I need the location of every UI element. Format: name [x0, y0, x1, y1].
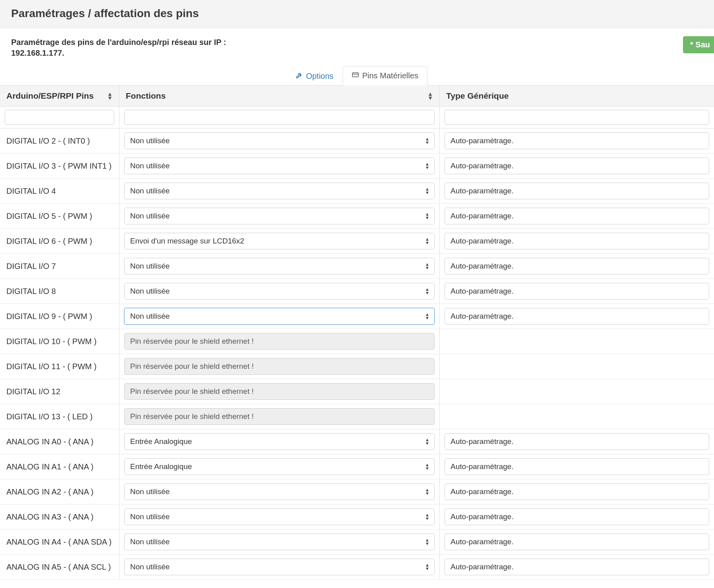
func-cell: Non utilisée▲▼: [119, 279, 440, 304]
func-select[interactable]: Envoi d'un message sur LCD16x2▲▼: [124, 233, 435, 249]
table-row: ANALOG IN A1 - ( ANA )Entrée Analogique▲…: [0, 454, 714, 479]
type-select[interactable]: Auto-paramétrage.: [445, 458, 709, 475]
grid-filter-row: [0, 107, 714, 129]
func-cell: Envoi d'un message sur LCD16x2▲▼: [119, 229, 440, 253]
type-cell: [440, 354, 714, 379]
func-select[interactable]: Non utilisée▲▼: [124, 508, 435, 525]
func-select[interactable]: Non utilisée▲▼: [124, 132, 435, 149]
col-header-type-label: Type Générique: [446, 91, 509, 101]
func-cell: Non utilisée▲▼: [119, 530, 440, 554]
chevron-updown-icon: ▲▼: [425, 263, 429, 270]
pin-cell: DIGITAL I/O 9 - ( PWM ): [0, 304, 119, 329]
func-cell: Non utilisée▲▼: [119, 179, 440, 203]
chevron-updown-icon: ▲▼: [425, 438, 429, 445]
type-select[interactable]: Auto-paramétrage.: [445, 132, 709, 149]
table-row: ANALOG IN A5 - ( ANA SCL )Non utilisée▲▼…: [0, 555, 714, 580]
filter-func-input[interactable]: [124, 110, 435, 125]
chevron-updown-icon: ▲▼: [425, 538, 429, 545]
col-header-func[interactable]: Fonctions ▲▼: [119, 86, 440, 106]
wrench-icon: [296, 72, 303, 81]
func-select-value: Non utilisée: [130, 187, 170, 195]
pin-cell: DIGITAL I/O 12: [0, 379, 119, 404]
type-select[interactable]: Auto-paramétrage.: [445, 433, 709, 450]
pin-cell: DIGITAL I/O 2 - ( INT0 ): [0, 129, 119, 153]
pin-label: ANALOG IN A0 - ( ANA ): [5, 437, 94, 446]
func-select[interactable]: Non utilisée▲▼: [124, 258, 435, 275]
func-cell: Non utilisée▲▼: [119, 504, 440, 529]
func-cell: Non utilisée▲▼: [119, 304, 440, 329]
func-select[interactable]: Non utilisée▲▼: [124, 283, 435, 300]
col-header-type[interactable]: Type Générique: [440, 86, 714, 106]
pin-cell: ANALOG IN A3 - ( ANA ): [0, 504, 119, 529]
chevron-updown-icon: ▲▼: [425, 212, 429, 220]
table-row: ANALOG IN A0 - ( ANA )Entrée Analogique▲…: [0, 429, 714, 454]
save-button[interactable]: * Sau: [683, 36, 714, 53]
grid-body: DIGITAL I/O 2 - ( INT0 )Non utilisée▲▼Au…: [0, 129, 714, 580]
table-row: DIGITAL I/O 10 - ( PWM )Pin réservée pou…: [0, 329, 714, 354]
func-cell: Non utilisée▲▼: [119, 129, 440, 153]
tab-options-label: Options: [306, 72, 334, 81]
func-select[interactable]: Non utilisée▲▼: [124, 208, 435, 224]
pin-label: DIGITAL I/O 9 - ( PWM ): [5, 312, 92, 321]
pin-label: DIGITAL I/O 7: [5, 262, 56, 271]
pin-label: DIGITAL I/O 2 - ( INT0 ): [5, 136, 90, 146]
type-select[interactable]: Auto-paramétrage.: [445, 258, 709, 275]
func-select[interactable]: Non utilisée▲▼: [124, 158, 435, 174]
tab-pins-label: Pins Matérielles: [362, 71, 418, 80]
tab-options[interactable]: Options: [287, 66, 343, 86]
subhead-line2: 192.168.1.177.: [11, 49, 64, 57]
chevron-updown-icon: ▲▼: [425, 238, 429, 245]
func-cell: Non utilisée▲▼: [119, 479, 440, 504]
table-row: DIGITAL I/O 5 - ( PWM )Non utilisée▲▼Aut…: [0, 204, 714, 229]
func-select-value: Non utilisée: [130, 487, 170, 496]
type-select-value: Auto-paramétrage.: [451, 237, 513, 245]
type-cell: Auto-paramétrage.: [440, 204, 714, 228]
type-select-value: Auto-paramétrage.: [451, 512, 513, 521]
type-cell: Auto-paramétrage.: [440, 454, 714, 479]
type-cell: [440, 404, 714, 429]
func-cell: Non utilisée▲▼: [119, 154, 440, 178]
type-select[interactable]: Auto-paramétrage.: [445, 283, 709, 300]
pin-cell: ANALOG IN A5 - ( ANA SCL ): [0, 555, 119, 579]
chevron-updown-icon: ▲▼: [425, 137, 429, 144]
type-select[interactable]: Auto-paramétrage.: [445, 559, 709, 575]
col-header-pin[interactable]: Arduino/ESP/RPI Pins ▲▼: [0, 86, 119, 106]
func-cell: Pin réservée pour le shield ethernet !: [119, 404, 440, 429]
card-icon: [352, 71, 359, 80]
page-header: Paramétrages / affectation des pins: [0, 0, 714, 28]
func-cell: Entrée Analogique▲▼: [119, 454, 440, 479]
table-row: ANALOG IN A4 - ( ANA SDA )Non utilisée▲▼…: [0, 530, 714, 555]
type-select[interactable]: Auto-paramétrage.: [445, 508, 709, 525]
type-select[interactable]: Auto-paramétrage.: [445, 158, 709, 174]
type-select[interactable]: Auto-paramétrage.: [445, 533, 709, 550]
func-select[interactable]: Non utilisée▲▼: [124, 533, 435, 550]
chevron-updown-icon: ▲▼: [425, 288, 429, 295]
type-select[interactable]: Auto-paramétrage.: [445, 183, 709, 199]
sort-icon: ▲▼: [427, 92, 433, 100]
func-select[interactable]: Non utilisée▲▼: [124, 483, 435, 500]
type-select-value: Auto-paramétrage.: [451, 487, 513, 496]
filter-type-input[interactable]: [445, 110, 709, 125]
func-cell: Non utilisée▲▼: [119, 254, 440, 278]
type-select[interactable]: Auto-paramétrage.: [445, 308, 709, 325]
func-select[interactable]: Non utilisée▲▼: [124, 308, 435, 325]
type-select[interactable]: Auto-paramétrage.: [445, 483, 709, 500]
func-select[interactable]: Non utilisée▲▼: [124, 559, 435, 575]
pin-label: DIGITAL I/O 6 - ( PWM ): [5, 237, 92, 246]
func-cell: Pin réservée pour le shield ethernet !: [119, 354, 440, 379]
func-select[interactable]: Non utilisée▲▼: [124, 183, 435, 199]
type-cell: Auto-paramétrage.: [440, 279, 714, 304]
page-title: Paramétrages / affectation des pins: [11, 7, 714, 20]
col-header-func-label: Fonctions: [126, 91, 166, 101]
table-row: ANALOG IN A3 - ( ANA )Non utilisée▲▼Auto…: [0, 504, 714, 530]
table-row: DIGITAL I/O 13 - ( LED )Pin réservée pou…: [0, 404, 714, 429]
func-select-value: Entrée Analogique: [130, 462, 192, 471]
filter-pin-input[interactable]: [5, 110, 114, 125]
func-select[interactable]: Entrée Analogique▲▼: [124, 458, 435, 475]
type-select[interactable]: Auto-paramétrage.: [445, 233, 709, 249]
tab-pins[interactable]: Pins Matérielles: [343, 66, 427, 86]
type-select[interactable]: Auto-paramétrage.: [445, 208, 709, 224]
pins-grid: Arduino/ESP/RPI Pins ▲▼ Fonctions ▲▼ Typ…: [0, 85, 714, 580]
type-cell: Auto-paramétrage.: [440, 429, 714, 454]
func-select[interactable]: Entrée Analogique▲▼: [124, 433, 435, 450]
